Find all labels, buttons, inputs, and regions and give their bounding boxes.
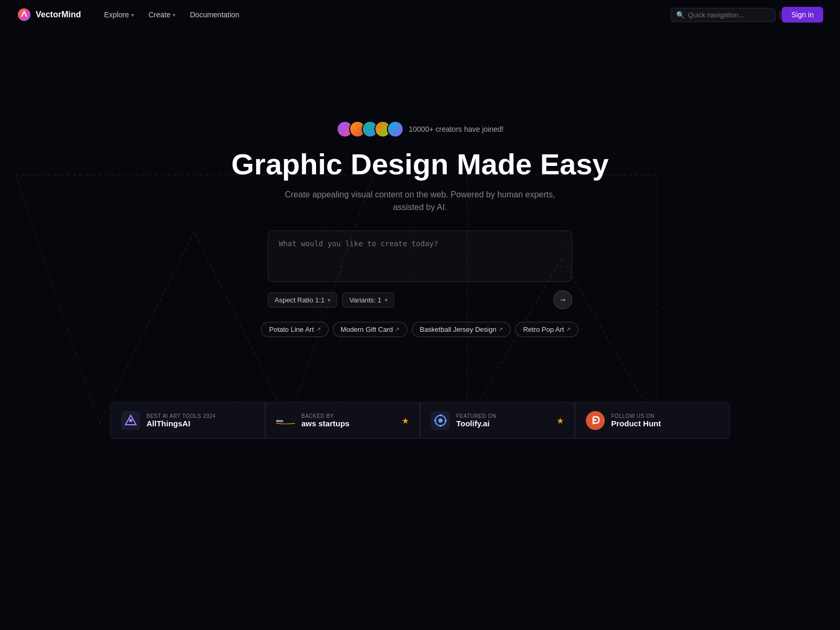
hero-subtitle: Create appealing visual content on the w… (284, 188, 556, 214)
star-icon: ★ (402, 416, 409, 426)
chip-retro-pop-art[interactable]: Retro Pop Art ↗ (515, 322, 579, 337)
external-link-icon: ↗ (316, 326, 321, 333)
search-bar[interactable]: 🔍 ⌘K (670, 8, 775, 22)
nav-links: Explore ▾ Create ▾ Documentation (98, 7, 670, 22)
chevron-down-icon: ▾ (131, 12, 134, 18)
svg-point-15 (434, 419, 436, 422)
signin-button[interactable]: Sign in (782, 7, 823, 23)
input-controls: Aspect Ratio 1:1 ▾ Variants: 1 ▾ (268, 292, 394, 308)
creators-count: 10000+ creators have joined! (409, 125, 504, 133)
chip-potato-line-art[interactable]: Potato Line Art ↗ (261, 322, 328, 337)
badge-producthunt[interactable]: FOLLOW US ON Product Hunt (575, 402, 730, 439)
submit-button[interactable]: → (553, 290, 572, 309)
svg-point-16 (445, 419, 447, 422)
badge-aws[interactable]: aws BACKED BY aws startups ★ (265, 402, 420, 439)
chip-modern-gift-card[interactable]: Modern Gift Card ↗ (333, 322, 408, 337)
external-link-icon: ↗ (395, 326, 400, 333)
create-input[interactable] (279, 239, 561, 271)
svg-rect-2 (16, 175, 100, 424)
logo-text: VectorMind (36, 10, 81, 19)
suggestion-chips: Potato Line Art ↗ Modern Gift Card ↗ Bas… (261, 322, 579, 337)
allthingsai-icon (121, 411, 140, 430)
svg-point-8 (129, 419, 132, 422)
hero-content: 10000+ creators have joined! Graphic Des… (232, 121, 609, 338)
svg-point-12 (438, 418, 443, 423)
search-input[interactable] (688, 11, 776, 19)
chevron-down-icon: ▾ (385, 297, 387, 303)
chevron-down-icon: ▾ (173, 12, 175, 18)
footer-badges: BEST AI ART TOOLS 2024 AllThingsAI aws B… (0, 402, 840, 439)
star-icon: ★ (556, 416, 564, 426)
badge-text-producthunt: FOLLOW US ON Product Hunt (611, 413, 661, 428)
avatars-group (337, 121, 404, 138)
chip-basketball-jersey[interactable]: Basketball Jersey Design ↗ (412, 322, 511, 337)
aspect-ratio-select[interactable]: Aspect Ratio 1:1 ▾ (268, 292, 337, 308)
nav-right: 🔍 ⌘K Sign in (670, 7, 823, 23)
external-link-icon: ↗ (566, 326, 571, 333)
chevron-down-icon: ▾ (328, 297, 330, 303)
badge-toolify[interactable]: FEATURED ON Toolify.ai ★ (420, 402, 575, 439)
logo[interactable]: VectorMind (17, 7, 81, 22)
producthunt-icon (586, 411, 605, 430)
badge-text-aws: BACKED BY aws startups (301, 413, 350, 428)
svg-text:aws: aws (276, 418, 284, 423)
create-input-bottom: Aspect Ratio 1:1 ▾ Variants: 1 ▾ → (268, 290, 572, 309)
aws-icon: aws (276, 411, 295, 430)
logo-icon (17, 7, 32, 22)
creators-badge: 10000+ creators have joined! (337, 121, 504, 138)
variants-select[interactable]: Variants: 1 ▾ (342, 292, 394, 308)
external-link-icon: ↗ (498, 326, 503, 333)
badge-text-toolify: FEATURED ON Toolify.ai (456, 413, 496, 428)
hero-title: Graphic Design Made Easy (232, 148, 609, 181)
badge-allthingsai[interactable]: BEST AI ART TOOLS 2024 AllThingsAI (110, 402, 265, 439)
nav-documentation[interactable]: Documentation (184, 7, 246, 22)
avatar (387, 121, 404, 138)
hero-section: 10000+ creators have joined! Graphic Des… (0, 29, 840, 439)
badge-text-allthingsai: BEST AI ART TOOLS 2024 AllThingsAI (146, 413, 216, 428)
nav-create[interactable]: Create ▾ (142, 7, 182, 22)
search-icon: 🔍 (676, 11, 685, 19)
svg-point-14 (439, 425, 442, 427)
toolify-icon (431, 411, 450, 430)
svg-point-13 (439, 414, 442, 416)
nav-explore[interactable]: Explore ▾ (98, 7, 140, 22)
navbar: VectorMind Explore ▾ Create ▾ Documentat… (0, 0, 840, 29)
create-input-area[interactable] (268, 230, 572, 282)
